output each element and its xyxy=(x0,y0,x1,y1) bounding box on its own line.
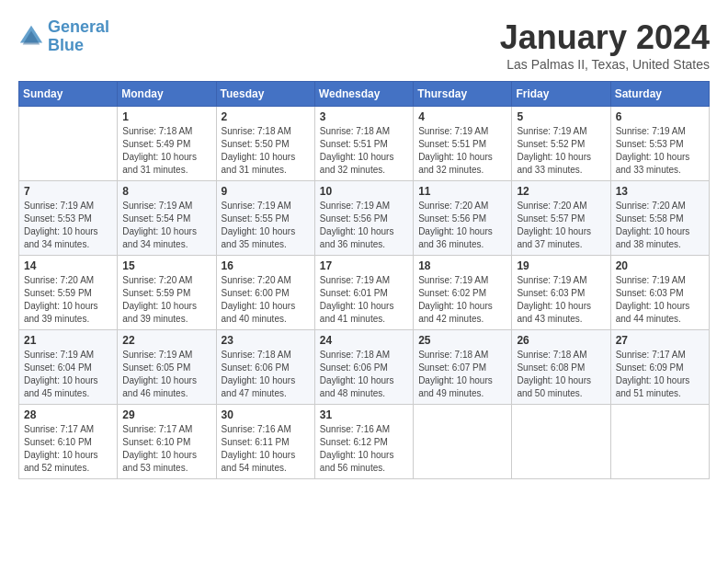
day-number: 10 xyxy=(320,185,408,198)
calendar-subtitle: Las Palmas II, Texas, United States xyxy=(500,57,710,72)
day-info: Sunrise: 7:18 AM Sunset: 6:07 PM Dayligh… xyxy=(418,349,506,400)
day-info: Sunrise: 7:20 AM Sunset: 5:59 PM Dayligh… xyxy=(24,274,112,326)
day-info: Sunrise: 7:19 AM Sunset: 5:55 PM Dayligh… xyxy=(222,200,310,251)
day-info: Sunrise: 7:19 AM Sunset: 6:01 PM Dayligh… xyxy=(320,274,408,326)
day-number: 22 xyxy=(122,334,210,347)
calendar-cell: 26Sunrise: 7:18 AM Sunset: 6:08 PM Dayli… xyxy=(512,330,610,405)
day-info: Sunrise: 7:18 AM Sunset: 6:06 PM Dayligh… xyxy=(320,349,408,400)
calendar-cell: 31Sunrise: 7:16 AM Sunset: 6:12 PM Dayli… xyxy=(314,405,413,479)
day-info: Sunrise: 7:16 AM Sunset: 6:12 PM Dayligh… xyxy=(320,423,408,475)
day-info: Sunrise: 7:19 AM Sunset: 5:56 PM Dayligh… xyxy=(320,200,408,251)
day-info: Sunrise: 7:20 AM Sunset: 5:59 PM Dayligh… xyxy=(122,274,210,326)
day-info: Sunrise: 7:19 AM Sunset: 6:03 PM Dayligh… xyxy=(517,274,605,326)
calendar-cell: 30Sunrise: 7:16 AM Sunset: 6:11 PM Dayli… xyxy=(216,405,314,479)
day-info: Sunrise: 7:18 AM Sunset: 5:50 PM Dayligh… xyxy=(222,125,310,177)
calendar-cell: 28Sunrise: 7:17 AM Sunset: 6:10 PM Dayli… xyxy=(19,405,118,479)
day-number: 28 xyxy=(24,408,112,421)
day-number: 7 xyxy=(24,185,112,198)
logo-line2: Blue xyxy=(48,36,84,54)
day-number: 24 xyxy=(320,334,408,347)
calendar-cell: 13Sunrise: 7:20 AM Sunset: 5:58 PM Dayli… xyxy=(610,181,709,256)
day-info: Sunrise: 7:18 AM Sunset: 5:49 PM Dayligh… xyxy=(122,125,210,177)
day-info: Sunrise: 7:20 AM Sunset: 5:58 PM Dayligh… xyxy=(616,200,704,251)
day-number: 3 xyxy=(320,110,408,123)
day-number: 19 xyxy=(517,259,605,272)
day-info: Sunrise: 7:17 AM Sunset: 6:10 PM Dayligh… xyxy=(24,423,112,475)
title-block: January 2024 Las Palmas II, Texas, Unite… xyxy=(500,18,710,72)
logo: General Blue xyxy=(18,18,109,55)
day-info: Sunrise: 7:16 AM Sunset: 6:11 PM Dayligh… xyxy=(222,423,310,475)
calendar-cell xyxy=(512,405,610,479)
day-number: 13 xyxy=(616,185,704,198)
calendar-week-row: 7Sunrise: 7:19 AM Sunset: 5:53 PM Daylig… xyxy=(19,181,710,256)
day-info: Sunrise: 7:19 AM Sunset: 6:05 PM Dayligh… xyxy=(122,349,210,400)
day-number: 1 xyxy=(122,110,210,123)
logo-text: General Blue xyxy=(48,18,109,55)
day-number: 29 xyxy=(122,408,210,421)
day-info: Sunrise: 7:19 AM Sunset: 5:54 PM Dayligh… xyxy=(122,200,210,251)
calendar-week-row: 21Sunrise: 7:19 AM Sunset: 6:04 PM Dayli… xyxy=(19,330,710,405)
calendar-cell: 29Sunrise: 7:17 AM Sunset: 6:10 PM Dayli… xyxy=(118,405,216,479)
day-number: 26 xyxy=(517,334,605,347)
calendar-cell: 5Sunrise: 7:19 AM Sunset: 5:52 PM Daylig… xyxy=(512,107,610,181)
calendar-cell: 15Sunrise: 7:20 AM Sunset: 5:59 PM Dayli… xyxy=(118,256,216,330)
day-number: 27 xyxy=(616,334,704,347)
calendar-cell: 19Sunrise: 7:19 AM Sunset: 6:03 PM Dayli… xyxy=(512,256,610,330)
day-info: Sunrise: 7:19 AM Sunset: 6:03 PM Dayligh… xyxy=(616,274,704,326)
weekday-header-row: SundayMondayTuesdayWednesdayThursdayFrid… xyxy=(19,82,710,107)
calendar-title: January 2024 xyxy=(500,18,710,57)
day-info: Sunrise: 7:17 AM Sunset: 6:09 PM Dayligh… xyxy=(616,349,704,400)
weekday-header-sunday: Sunday xyxy=(19,82,118,107)
day-info: Sunrise: 7:19 AM Sunset: 6:04 PM Dayligh… xyxy=(24,349,112,400)
calendar-cell: 20Sunrise: 7:19 AM Sunset: 6:03 PM Dayli… xyxy=(610,256,709,330)
day-number: 14 xyxy=(24,259,112,272)
calendar-cell: 6Sunrise: 7:19 AM Sunset: 5:53 PM Daylig… xyxy=(610,107,709,181)
calendar-week-row: 1Sunrise: 7:18 AM Sunset: 5:49 PM Daylig… xyxy=(19,107,710,181)
day-info: Sunrise: 7:20 AM Sunset: 5:56 PM Dayligh… xyxy=(418,200,506,251)
weekday-header-thursday: Thursday xyxy=(414,82,512,107)
day-info: Sunrise: 7:19 AM Sunset: 5:53 PM Dayligh… xyxy=(616,125,704,177)
day-number: 8 xyxy=(122,185,210,198)
day-info: Sunrise: 7:17 AM Sunset: 6:10 PM Dayligh… xyxy=(122,423,210,475)
weekday-header-saturday: Saturday xyxy=(610,82,709,107)
calendar-cell: 21Sunrise: 7:19 AM Sunset: 6:04 PM Dayli… xyxy=(19,330,118,405)
day-number: 23 xyxy=(222,334,310,347)
calendar-table: SundayMondayTuesdayWednesdayThursdayFrid… xyxy=(18,81,710,479)
day-number: 18 xyxy=(418,259,506,272)
day-number: 6 xyxy=(616,110,704,123)
calendar-cell: 8Sunrise: 7:19 AM Sunset: 5:54 PM Daylig… xyxy=(118,181,216,256)
calendar-cell: 16Sunrise: 7:20 AM Sunset: 6:00 PM Dayli… xyxy=(216,256,314,330)
day-info: Sunrise: 7:19 AM Sunset: 5:53 PM Dayligh… xyxy=(24,200,112,251)
calendar-week-row: 28Sunrise: 7:17 AM Sunset: 6:10 PM Dayli… xyxy=(19,405,710,479)
day-number: 12 xyxy=(517,185,605,198)
day-info: Sunrise: 7:20 AM Sunset: 6:00 PM Dayligh… xyxy=(222,274,310,326)
day-number: 31 xyxy=(320,408,408,421)
calendar-cell: 4Sunrise: 7:19 AM Sunset: 5:51 PM Daylig… xyxy=(414,107,512,181)
day-number: 2 xyxy=(222,110,310,123)
day-number: 11 xyxy=(418,185,506,198)
calendar-cell: 3Sunrise: 7:18 AM Sunset: 5:51 PM Daylig… xyxy=(314,107,413,181)
day-info: Sunrise: 7:19 AM Sunset: 5:51 PM Dayligh… xyxy=(418,125,506,177)
day-number: 16 xyxy=(222,259,310,272)
logo-icon xyxy=(18,24,44,50)
calendar-cell: 23Sunrise: 7:18 AM Sunset: 6:06 PM Dayli… xyxy=(216,330,314,405)
calendar-cell xyxy=(19,107,118,181)
day-number: 5 xyxy=(517,110,605,123)
calendar-cell: 18Sunrise: 7:19 AM Sunset: 6:02 PM Dayli… xyxy=(414,256,512,330)
calendar-cell: 12Sunrise: 7:20 AM Sunset: 5:57 PM Dayli… xyxy=(512,181,610,256)
day-info: Sunrise: 7:19 AM Sunset: 5:52 PM Dayligh… xyxy=(517,125,605,177)
calendar-cell: 7Sunrise: 7:19 AM Sunset: 5:53 PM Daylig… xyxy=(19,181,118,256)
day-number: 20 xyxy=(616,259,704,272)
calendar-cell xyxy=(610,405,709,479)
weekday-header-wednesday: Wednesday xyxy=(314,82,413,107)
day-number: 9 xyxy=(222,185,310,198)
calendar-cell: 9Sunrise: 7:19 AM Sunset: 5:55 PM Daylig… xyxy=(216,181,314,256)
calendar-cell: 10Sunrise: 7:19 AM Sunset: 5:56 PM Dayli… xyxy=(314,181,413,256)
calendar-cell: 27Sunrise: 7:17 AM Sunset: 6:09 PM Dayli… xyxy=(610,330,709,405)
day-number: 25 xyxy=(418,334,506,347)
day-info: Sunrise: 7:18 AM Sunset: 6:06 PM Dayligh… xyxy=(222,349,310,400)
calendar-cell: 2Sunrise: 7:18 AM Sunset: 5:50 PM Daylig… xyxy=(216,107,314,181)
weekday-header-friday: Friday xyxy=(512,82,610,107)
calendar-cell: 11Sunrise: 7:20 AM Sunset: 5:56 PM Dayli… xyxy=(414,181,512,256)
weekday-header-monday: Monday xyxy=(118,82,216,107)
